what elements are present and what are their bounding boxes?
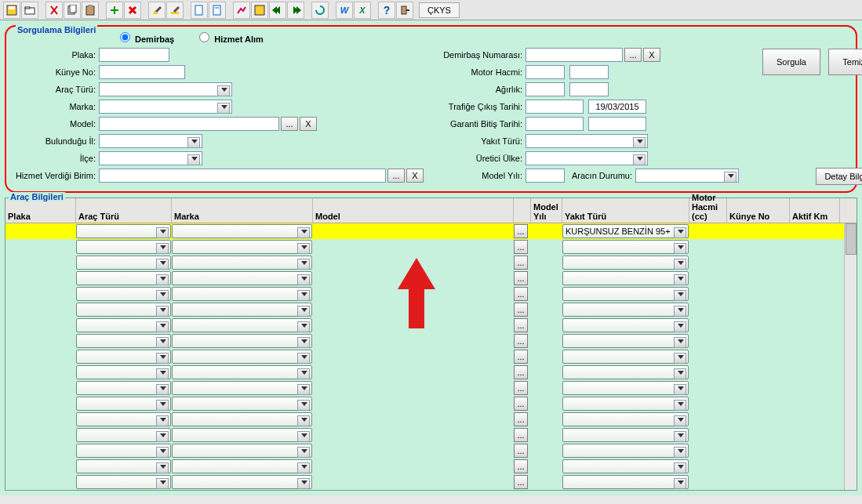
edit2-icon[interactable] [166,2,184,19]
refresh-icon[interactable] [311,2,329,19]
motorhacmi-from-input[interactable] [526,65,565,79]
radio-hizmet[interactable]: Hizmet Alım [195,34,264,44]
row-arac-combo[interactable] [76,224,171,238]
col-marka[interactable]: Marka [172,198,313,223]
row-marka-combo[interactable] [172,271,312,285]
table-row[interactable]: ... [5,443,857,459]
row-yakit-combo[interactable] [562,365,689,379]
row-marka-combo[interactable] [172,459,312,473]
row-arac-combo[interactable] [76,318,171,332]
row-model-lookup[interactable]: ... [514,318,528,332]
table-row[interactable]: ... [5,396,857,412]
row-yakit-combo[interactable] [562,256,689,270]
col-modelyili[interactable]: Model Yılı [531,198,562,223]
save2-icon[interactable] [251,2,268,19]
row-arac-combo[interactable] [76,475,171,489]
row-model-lookup[interactable]: ... [514,444,528,458]
row-model-lookup[interactable]: ... [514,397,528,411]
trafige-to-input[interactable] [588,100,646,114]
table-row[interactable]: ... [5,333,857,349]
row-model-lookup[interactable]: ... [514,365,528,379]
edit-icon[interactable] [148,2,165,19]
demirbasno-input[interactable] [526,48,623,62]
table-row[interactable]: ... [5,286,857,302]
row-marka-combo[interactable] [172,381,312,395]
copy-icon[interactable] [64,2,81,19]
table-row[interactable]: ... [5,239,857,255]
row-arac-combo[interactable] [76,428,171,442]
row-yakit-combo[interactable] [562,287,689,301]
row-marka-combo[interactable] [172,397,312,411]
row-arac-combo[interactable] [76,287,171,301]
table-row[interactable]: ... [5,427,857,443]
row-arac-combo[interactable] [76,444,171,458]
col-aracturu[interactable]: Araç Türü [76,198,172,223]
row-marka-combo[interactable] [172,412,312,426]
row-arac-combo[interactable] [76,412,171,426]
model-clear-button[interactable]: X [300,117,317,131]
vertical-scrollbar[interactable] [844,223,857,490]
table-row[interactable]: ... [5,412,857,427]
table-row[interactable]: ... [5,302,857,317]
row-marka-combo[interactable] [172,444,312,458]
row-yakit-combo[interactable] [562,350,689,364]
trafige-from-input[interactable] [526,100,584,114]
row-arac-combo[interactable] [76,334,171,348]
chart-icon[interactable] [233,2,250,19]
birim-input[interactable] [99,169,386,183]
row-marka-combo[interactable] [172,303,312,317]
plaka-input[interactable] [99,48,169,62]
row-model-lookup[interactable]: ... [514,334,528,348]
demirbasno-clear-button[interactable]: X [643,48,660,62]
row-arac-combo[interactable] [76,397,171,411]
row-marka-combo[interactable] [172,287,312,301]
demirbasno-lookup-button[interactable]: ... [624,48,642,62]
row-marka-combo[interactable] [172,475,312,489]
open-icon[interactable] [21,2,38,19]
row-model-lookup[interactable]: ... [514,459,528,473]
table-row[interactable]: ... [5,459,857,474]
row-model-lookup[interactable]: ... [514,256,528,270]
row-yakit-combo[interactable] [562,412,689,426]
save-icon[interactable] [3,2,20,19]
table-row[interactable]: ...KURŞUNSUZ BENZİN 95+ [5,223,857,239]
row-model-lookup[interactable]: ... [514,271,528,285]
row-marka-combo[interactable] [172,365,312,379]
doc2-icon[interactable] [209,2,226,19]
kunye-input[interactable] [99,65,185,79]
col-motor[interactable]: Motor Hacmi (cc) [689,198,727,223]
ilce-combo[interactable] [99,151,202,165]
temizle-button[interactable]: Temizle [828,49,862,75]
table-row[interactable]: ... [5,474,857,490]
row-model-lookup[interactable]: ... [514,303,528,317]
row-arac-combo[interactable] [76,459,171,473]
garanti-from-input[interactable] [526,117,584,131]
table-row[interactable]: ... [5,255,857,270]
col-plaka[interactable]: Plaka [5,198,76,223]
row-yakit-combo[interactable] [562,475,689,489]
row-model-lookup[interactable]: ... [514,224,528,238]
exit-icon[interactable] [396,2,413,19]
birim-lookup-button[interactable]: ... [387,169,405,183]
col-aktif[interactable]: Aktif Km [790,198,840,223]
col-model[interactable]: Model [313,198,514,223]
row-arac-combo[interactable] [76,350,171,364]
modelyili-input[interactable] [526,169,565,183]
row-arac-combo[interactable] [76,365,171,379]
uretici-combo[interactable] [526,151,648,165]
aracturu-combo[interactable] [99,82,232,96]
row-marka-combo[interactable] [172,428,312,442]
row-arac-combo[interactable] [76,303,171,317]
row-marka-combo[interactable] [172,256,312,270]
table-row[interactable]: ... [5,270,857,286]
row-marka-combo[interactable] [172,318,312,332]
next-icon[interactable] [287,2,304,19]
table-row[interactable]: ... [5,380,857,396]
sorgula-button[interactable]: Sorgula [762,49,820,75]
row-model-lookup[interactable]: ... [514,240,528,254]
marka-combo[interactable] [99,100,232,114]
row-yakit-combo[interactable]: KURŞUNSUZ BENZİN 95+ [562,224,689,238]
row-yakit-combo[interactable] [562,271,689,285]
row-marka-combo[interactable] [172,334,312,348]
ckys-button[interactable]: ÇKYS [419,2,460,18]
